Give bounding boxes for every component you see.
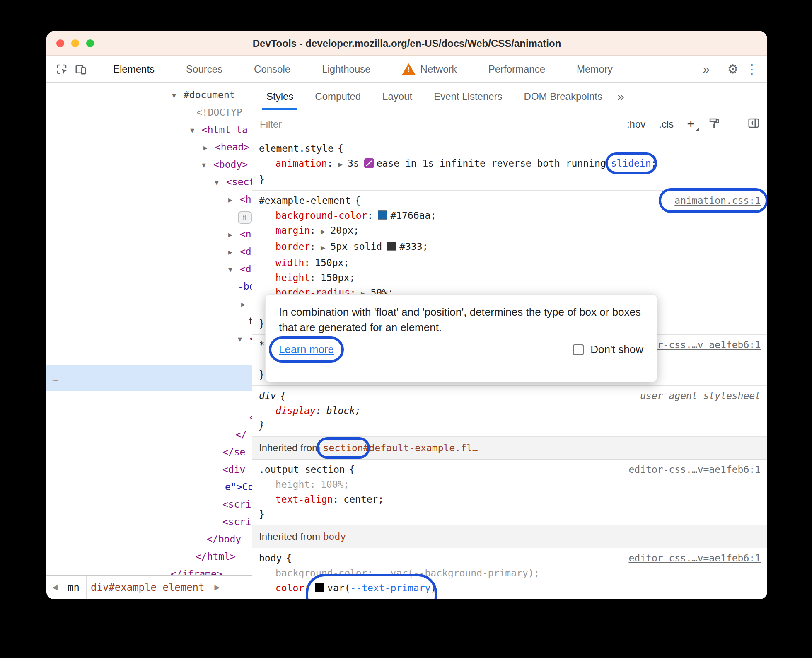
expand-shorthand-icon[interactable]: ▶ (321, 244, 326, 252)
tab-sources[interactable]: Sources (170, 56, 238, 82)
css-property-name[interactable]: color (276, 583, 304, 593)
stylesheet-link[interactable]: editor-css.…v=ae1feb6:1 (621, 551, 761, 566)
dont-show-control[interactable]: Don't show (573, 342, 643, 357)
color-swatch[interactable] (387, 242, 396, 251)
filter-input[interactable] (260, 119, 417, 130)
css-selector[interactable]: div (259, 388, 276, 403)
tree-node[interactable]: ▾<body> (46, 156, 252, 173)
minimize-button[interactable] (71, 39, 79, 47)
expand-arrow-icon[interactable]: ▸ (241, 295, 252, 312)
flex-badge[interactable]: fl (238, 211, 252, 224)
expand-arrow-icon[interactable]: ▾ (228, 261, 240, 278)
css-property-value[interactable]: ease-in 1s infinite reverse both running (377, 158, 606, 169)
css-declaration[interactable]: height:100%; (259, 477, 761, 492)
css-property-name[interactable]: height (276, 272, 310, 283)
css-property-name[interactable]: background-color (276, 210, 367, 221)
css-property-value[interactable]: center (343, 494, 378, 505)
more-styles-tabs-button[interactable]: » (613, 90, 628, 104)
css-property-name[interactable]: background-color (276, 568, 367, 578)
css-declaration[interactable]: height:150px; (259, 270, 761, 285)
close-button[interactable] (56, 39, 64, 47)
css-property-name[interactable]: font (276, 598, 298, 599)
css-property-value[interactable]: 20px (331, 225, 353, 236)
tree-node[interactable]: <div (46, 461, 252, 478)
node-link-body[interactable]: body (323, 531, 346, 542)
css-property-value[interactable]: block (326, 405, 355, 416)
tab-dom-breakpoints[interactable]: DOM Breakpoints (513, 83, 613, 110)
tree-node[interactable]: fl (46, 208, 252, 225)
stylesheet-link[interactable]: editor-css.…v=ae1feb6:1 (621, 462, 761, 477)
color-swatch[interactable] (378, 210, 387, 220)
learn-more-link[interactable]: Learn more (279, 342, 334, 357)
css-property-value[interactable]: #1766aa (390, 210, 430, 221)
tree-node[interactable]: ▾<sect (46, 173, 252, 191)
menu-dots-icon[interactable]: ⋮ (742, 59, 761, 79)
hov-toggle[interactable]: :hov (627, 119, 645, 130)
tree-node[interactable]: </ (46, 426, 252, 443)
css-property-value[interactable]: #333 (399, 241, 422, 252)
breadcrumb-scroll-left-icon[interactable]: ◀ (49, 583, 61, 592)
css-declaration[interactable]: background-color:#1766aa; (259, 208, 761, 223)
tree-node[interactable]: </html> (46, 548, 252, 565)
expand-shorthand-icon[interactable]: ▶ (321, 228, 326, 235)
expand-arrow-icon[interactable]: ▾ (238, 330, 249, 347)
tree-node[interactable]: </body (46, 530, 252, 548)
expand-arrow-icon[interactable]: ▾ (202, 156, 213, 173)
color-swatch[interactable] (378, 568, 387, 577)
tree-node[interactable]: -bo (46, 278, 252, 295)
breadcrumb-item-main[interactable]: mn (63, 576, 84, 599)
css-selector[interactable]: body (259, 551, 282, 566)
tree-node[interactable]: ▾<html la (46, 121, 252, 138)
expand-arrow-icon[interactable]: ▾ (190, 121, 202, 138)
tree-node[interactable]: ▸<no (46, 225, 252, 243)
keyframes-link[interactable]: slidein (611, 156, 651, 171)
css-property-name[interactable]: border (276, 241, 310, 252)
tree-node[interactable]: ▸< (46, 295, 252, 312)
tree-node[interactable]: <scri (46, 496, 252, 513)
tab-lighthouse[interactable]: Lighthouse (306, 56, 386, 82)
zoom-button[interactable] (86, 39, 94, 47)
css-declaration[interactable]: color:var(--text-primary) (259, 581, 761, 595)
tab-computed[interactable]: Computed (304, 83, 372, 110)
tree-node[interactable]: ▾<di (46, 260, 252, 278)
css-declaration[interactable]: text-align:center; (259, 492, 761, 507)
tab-performance[interactable]: Performance (473, 56, 561, 82)
css-declaration[interactable]: animation:▶3sease-in 1s infinite reverse… (259, 156, 761, 172)
css-var-link[interactable]: --text-primary (350, 583, 431, 593)
css-property-name[interactable]: margin (276, 225, 310, 236)
expand-arrow-icon[interactable]: ▸ (228, 191, 240, 208)
tab-network[interactable]: ! Network (387, 56, 473, 82)
selected-tree-node[interactable]: … (46, 365, 252, 391)
css-declaration[interactable]: width:150px; (259, 255, 761, 270)
css-selector[interactable]: #example-element (259, 193, 351, 208)
css-var-link[interactable]: --background-primary (413, 568, 528, 578)
new-style-rule-button[interactable]: + (687, 116, 695, 132)
tab-event-listeners[interactable]: Event Listeners (423, 83, 513, 110)
css-property-name[interactable]: text-align (276, 494, 333, 505)
css-declaration[interactable]: margin:▶20px; (259, 223, 761, 239)
expand-arrow-icon[interactable]: ▸ (228, 243, 240, 260)
tab-styles[interactable]: Styles (256, 83, 304, 110)
tree-node[interactable]: ▸<head> (46, 138, 252, 156)
css-selector[interactable]: * (259, 337, 265, 352)
tab-console[interactable]: Console (238, 56, 306, 82)
css-property-value[interactable]: 100% (321, 479, 343, 490)
breadcrumb-scroll-right-icon[interactable]: ▶ (211, 583, 223, 592)
node-link-section-tail[interactable]: #default-example.fl… (363, 443, 478, 453)
bezier-curve-icon[interactable] (364, 158, 374, 168)
css-declaration[interactable]: background-color:var(--background-primar… (259, 566, 761, 581)
tree-node[interactable]: ▾< (46, 330, 252, 347)
css-selector[interactable]: element.style (259, 141, 334, 156)
tree-node[interactable]: ▸<di (46, 243, 252, 260)
more-panels-button[interactable]: » (696, 62, 716, 76)
css-var-link[interactable]: --type-body-l (342, 598, 416, 599)
css-property-name[interactable]: width (276, 257, 304, 268)
css-property-value[interactable]: 150px (321, 272, 349, 283)
tree-node[interactable]: ▾#document (46, 86, 252, 104)
css-declaration[interactable]: font:▶var(--type-body-l); (259, 595, 761, 599)
expand-arrow-icon[interactable]: ▾ (215, 174, 226, 191)
css-property-name[interactable]: animation (276, 158, 327, 169)
css-selector[interactable]: .output section (259, 462, 345, 477)
dont-show-checkbox[interactable] (573, 344, 584, 355)
tree-node[interactable]: e">Co (46, 478, 252, 496)
